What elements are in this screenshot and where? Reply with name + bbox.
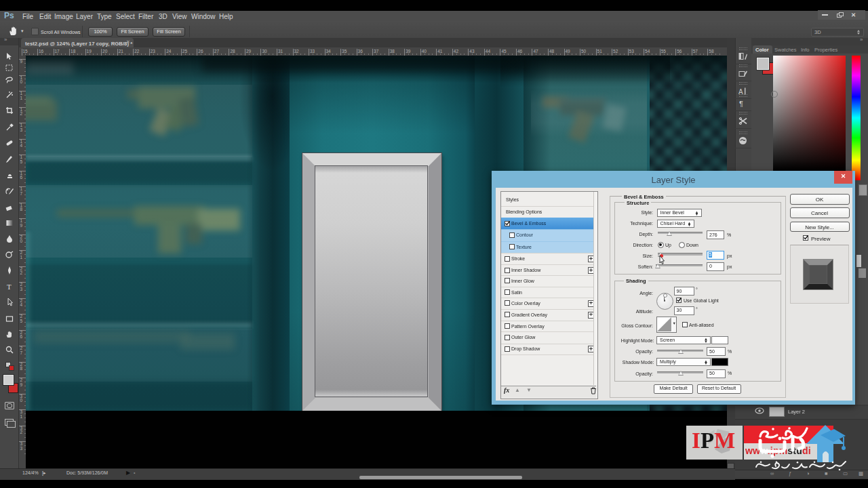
svg-text:T: T xyxy=(7,283,12,291)
svg-text:¶: ¶ xyxy=(739,100,743,108)
